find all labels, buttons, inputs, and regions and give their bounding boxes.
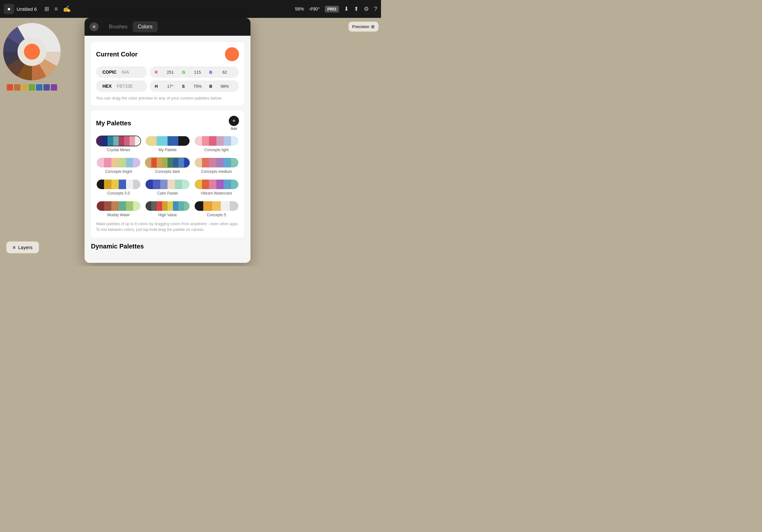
zoom-level: 56% xyxy=(295,6,304,12)
palette-color-swatch xyxy=(173,201,178,211)
swatch-orange[interactable] xyxy=(14,84,21,91)
add-icon: + xyxy=(229,116,239,126)
palette-color-swatch xyxy=(104,179,112,189)
palette-color-swatch xyxy=(184,158,190,167)
current-color-title: Current Color xyxy=(96,51,137,58)
palette-color-swatch xyxy=(157,201,162,211)
palette-item-11[interactable]: Concepts 5 xyxy=(194,201,239,217)
swatch-indigo[interactable] xyxy=(43,84,50,91)
palette-color-swatch xyxy=(145,158,151,167)
palette-color-swatch xyxy=(194,136,202,146)
g-value: 115 xyxy=(188,70,206,75)
drag-hint: You can drag the color preview to any of… xyxy=(96,96,239,100)
s-value: 75% xyxy=(188,84,206,89)
palette-color-swatch xyxy=(119,179,126,189)
palette-color-swatch xyxy=(126,201,133,211)
palette-color-swatch xyxy=(230,201,238,211)
palette-color-swatch xyxy=(175,179,182,189)
copic-value: N/A xyxy=(121,70,129,75)
palette-color-swatch xyxy=(157,158,162,167)
palette-color-swatch xyxy=(178,158,184,167)
palette-item-0[interactable]: Crystal Mines xyxy=(96,136,141,152)
swatch-purple[interactable] xyxy=(51,84,57,91)
palette-item-9[interactable]: Muddy Water xyxy=(96,201,141,217)
palette-item-10[interactable]: High Value xyxy=(145,201,190,217)
palette-color-swatch xyxy=(216,179,224,189)
swatch-red[interactable] xyxy=(7,84,13,91)
brightness-label: B xyxy=(209,84,213,89)
modal-close-button[interactable]: ✕ xyxy=(90,22,99,31)
palette-name: Concepts medium xyxy=(201,169,232,174)
palette-name: Muddy Water xyxy=(107,213,130,217)
current-color-dot xyxy=(24,44,40,60)
tab-brushes[interactable]: Brushes xyxy=(104,21,133,32)
s-label: S xyxy=(182,84,186,89)
settings-icon[interactable]: ⚙ xyxy=(364,5,369,13)
app-icon[interactable]: ■ xyxy=(4,4,14,14)
palette-color-swatch xyxy=(135,136,140,146)
download-icon[interactable]: ⬇ xyxy=(344,5,349,13)
precision-label: Precision xyxy=(352,24,369,29)
palette-color-swatch xyxy=(194,179,202,189)
help-icon[interactable]: ? xyxy=(374,6,377,13)
palette-name: Concepts light xyxy=(204,148,228,152)
palette-item-2[interactable]: Concepts light xyxy=(194,136,239,152)
palette-color-swatch xyxy=(145,201,151,211)
palette-color-swatch xyxy=(112,201,119,211)
palette-color-swatch xyxy=(209,179,216,189)
palette-color-swatch xyxy=(184,201,190,211)
copic-input[interactable]: COPIC N/A xyxy=(96,66,147,78)
swatch-blue[interactable] xyxy=(36,84,42,91)
dynamic-palettes-section: Dynamic Palettes xyxy=(91,243,244,250)
add-palette-button[interactable]: + Add xyxy=(229,116,239,130)
palette-color-swatch xyxy=(126,158,133,167)
palette-item-1[interactable]: My Palette xyxy=(145,136,190,152)
palette-color-swatch xyxy=(168,136,178,146)
hex-hsb-row: HEX FB733E H 17° S 75% B 98% xyxy=(96,80,239,92)
palette-item-3[interactable]: Concepts bright xyxy=(96,157,141,174)
palette-color-swatch xyxy=(182,179,190,189)
hsb-input[interactable]: H 17° S 75% B 98% xyxy=(150,80,239,92)
palette-color-swatch xyxy=(133,201,140,211)
palette-color-swatch xyxy=(108,136,113,146)
palette-color-swatch xyxy=(126,179,133,189)
brush-icon[interactable]: ✍ xyxy=(63,5,71,13)
current-color-section: Current Color COPIC N/A R 251 G 115 B 62 xyxy=(91,42,244,105)
palette-name: Crystal Mines xyxy=(107,148,130,152)
palette-color-swatch xyxy=(119,158,126,167)
precision-button[interactable]: Precision ⊞ xyxy=(348,22,378,32)
wheel-ring[interactable] xyxy=(3,23,61,80)
menu-icon[interactable]: ≡ xyxy=(54,6,58,13)
upload-icon[interactable]: ⬆ xyxy=(354,5,359,13)
palette-color-swatch xyxy=(221,201,229,211)
hex-input[interactable]: HEX FB733E xyxy=(96,80,147,92)
palette-color-swatch xyxy=(151,201,157,211)
palette-item-8[interactable]: Vibrant Watercolor xyxy=(194,179,239,195)
palette-item-5[interactable]: Concepts medium xyxy=(194,157,239,174)
color-preview-circle[interactable] xyxy=(225,47,239,61)
swatch-yellow[interactable] xyxy=(21,84,28,91)
palette-item-7[interactable]: Calm Pastel xyxy=(145,179,190,195)
palette-item-6[interactable]: Concepts 5.0 xyxy=(96,179,141,195)
grid-icon[interactable]: ⊞ xyxy=(44,5,49,13)
palette-color-swatch xyxy=(168,179,175,189)
color-swatches-row xyxy=(7,84,57,91)
app-title: Untitled 6 xyxy=(17,6,37,12)
palette-color-swatch xyxy=(224,136,231,146)
rgb-input[interactable]: R 251 G 115 B 62 xyxy=(150,66,239,78)
palette-item-4[interactable]: Concepts dark xyxy=(145,157,190,174)
swatch-green[interactable] xyxy=(29,84,35,91)
palette-color-swatch xyxy=(112,179,119,189)
palette-color-swatch xyxy=(194,201,203,211)
palettes-title: My Palettes xyxy=(96,120,131,127)
palette-color-swatch xyxy=(145,179,153,189)
palette-color-swatch xyxy=(162,158,168,167)
palette-color-swatch xyxy=(102,136,108,146)
tab-colors[interactable]: Colors xyxy=(133,21,158,32)
palette-color-swatch xyxy=(202,136,209,146)
color-wheel[interactable] xyxy=(3,23,61,80)
palette-color-swatch xyxy=(209,158,216,167)
precision-grid-icon: ⊞ xyxy=(371,24,375,29)
palette-color-swatch xyxy=(168,201,173,211)
copic-label: COPIC xyxy=(103,70,116,75)
